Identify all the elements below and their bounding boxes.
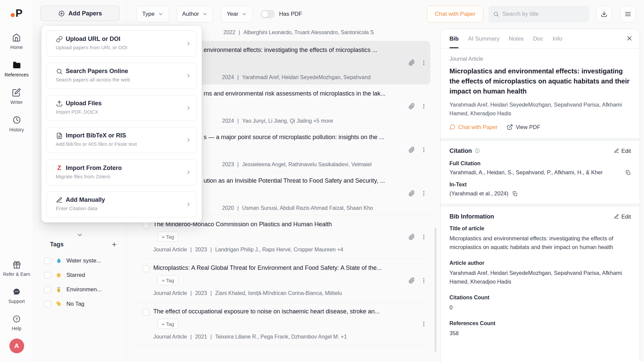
tab-bib[interactable]: Bib bbox=[449, 29, 459, 48]
edit-square-icon bbox=[12, 88, 21, 97]
tag-item-water[interactable]: Water syste... bbox=[34, 253, 126, 268]
paperclip-icon[interactable] bbox=[409, 146, 415, 153]
copy-icon[interactable] bbox=[625, 170, 631, 176]
row-checkbox[interactable] bbox=[143, 309, 149, 316]
add-tag-chip[interactable]: + Tag bbox=[157, 232, 178, 242]
sidebar-item-label: References bbox=[5, 72, 29, 77]
tag-item-environment[interactable]: Environmen... bbox=[34, 282, 126, 297]
help-icon: ? bbox=[12, 315, 21, 323]
icon-rail: P Home References Writer History Refer &… bbox=[0, 0, 34, 362]
kebab-menu-icon[interactable] bbox=[421, 277, 427, 284]
kebab-menu-icon[interactable] bbox=[421, 103, 427, 109]
menu-item-add-manually[interactable]: Add Manually Enter Citation data bbox=[46, 191, 197, 218]
user-avatar[interactable]: A bbox=[9, 339, 24, 353]
sidebar-item-label: Writer bbox=[10, 100, 23, 105]
list-scrollbar[interactable] bbox=[435, 228, 436, 352]
chat-with-paper-button[interactable]: Chat with Paper bbox=[427, 6, 483, 22]
pineapple-icon bbox=[55, 286, 62, 293]
collapse-section-button[interactable] bbox=[70, 231, 90, 239]
kebab-menu-icon[interactable] bbox=[421, 190, 427, 196]
menu-item-subtitle: Enter Citation data bbox=[56, 205, 182, 211]
kebab-menu-icon[interactable] bbox=[421, 146, 427, 153]
citation-header: Citation bbox=[449, 147, 472, 155]
paperclip-icon[interactable] bbox=[409, 59, 415, 66]
pencil-icon bbox=[56, 197, 63, 203]
sidebar-item-home[interactable]: Home bbox=[10, 33, 23, 50]
app-logo[interactable]: P bbox=[11, 8, 22, 18]
paperclip-icon[interactable] bbox=[409, 103, 415, 109]
pencil-icon bbox=[614, 148, 619, 154]
kebab-menu-icon[interactable] bbox=[421, 59, 427, 66]
menu-item-subtitle: Upload papers from URL or DOI bbox=[56, 45, 182, 50]
type-filter-button[interactable]: Type bbox=[137, 6, 169, 22]
search-input[interactable] bbox=[502, 11, 584, 17]
view-pdf-link[interactable]: View PDF bbox=[507, 124, 540, 130]
home-icon bbox=[12, 33, 21, 42]
paper-row[interactable]: The effect of occupational exposure to n… bbox=[137, 302, 430, 346]
menu-item-subtitle: Import PDF, DOCX bbox=[56, 109, 182, 115]
tag-checkbox[interactable] bbox=[44, 301, 51, 307]
bib-field-value: 0 bbox=[449, 303, 631, 312]
link-icon bbox=[56, 36, 63, 43]
tag-label: No Tag bbox=[66, 301, 85, 307]
add-tag-button[interactable] bbox=[111, 241, 117, 248]
sidebar-item-history[interactable]: History bbox=[9, 116, 24, 132]
sidebar-item-writer[interactable]: Writer bbox=[10, 88, 23, 105]
sidebar-item-help[interactable]: ? Help bbox=[12, 315, 21, 331]
menu-item-import-from-zotero[interactable]: Z Import From Zotero Migrate files from … bbox=[46, 159, 197, 185]
add-tag-chip[interactable]: + Tag bbox=[157, 275, 178, 285]
add-papers-button[interactable]: Add Papers bbox=[40, 6, 120, 21]
document-type-label: Journal Article bbox=[449, 56, 631, 62]
kebab-menu-icon[interactable] bbox=[421, 234, 427, 240]
paper-row[interactable]: Microplastics: A Real Global Threat for … bbox=[137, 259, 430, 302]
sidebar-item-support[interactable]: Support bbox=[8, 288, 25, 304]
chevron-right-icon bbox=[185, 73, 192, 79]
tag-checkbox[interactable] bbox=[44, 272, 51, 279]
tag-item-no-tag[interactable]: No Tag bbox=[34, 297, 126, 311]
menu-item-upload-url-doi[interactable]: Upload URL or DOI Upload papers from URL… bbox=[46, 31, 197, 57]
chevron-right-icon bbox=[185, 41, 192, 47]
star-icon bbox=[55, 272, 62, 279]
author-filter-button[interactable]: Author bbox=[176, 6, 213, 22]
search-box[interactable] bbox=[488, 6, 589, 22]
edit-bib-button[interactable]: Edit bbox=[614, 214, 631, 220]
edit-citation-button[interactable]: Edit bbox=[614, 148, 631, 154]
copy-icon[interactable] bbox=[512, 191, 518, 197]
paperclip-icon[interactable] bbox=[409, 190, 415, 196]
tab-info[interactable]: Info bbox=[553, 29, 562, 48]
add-papers-label: Add Papers bbox=[68, 10, 102, 17]
chevron-right-icon bbox=[185, 201, 192, 207]
menu-item-import-bibtex-ris[interactable]: Import BibTeX or RIS Add BibTex or RIS f… bbox=[46, 127, 197, 153]
paperclip-icon[interactable] bbox=[409, 277, 415, 284]
tab-ai-summary[interactable]: AI Summary bbox=[468, 29, 499, 48]
tab-doc[interactable]: Doc bbox=[533, 29, 543, 48]
row-checkbox[interactable] bbox=[143, 265, 149, 272]
tag-checkbox[interactable] bbox=[44, 257, 51, 264]
file-text-icon bbox=[56, 132, 63, 139]
sidebar-item-refer-earn[interactable]: Refer & Earn bbox=[3, 261, 30, 277]
sidebar-item-references[interactable]: References bbox=[5, 61, 29, 77]
kebab-menu-icon[interactable] bbox=[421, 321, 427, 327]
menu-item-title: Upload URL or DOI bbox=[66, 36, 120, 43]
info-icon[interactable] bbox=[475, 148, 480, 154]
external-link-icon bbox=[507, 124, 513, 130]
tab-notes[interactable]: Notes bbox=[509, 29, 524, 48]
menu-item-upload-files[interactable]: Upload Files Import PDF, DOCX bbox=[46, 95, 197, 121]
has-pdf-toggle[interactable] bbox=[261, 10, 275, 18]
paper-detail-authors: Yarahmadi Aref, Heidari SeyedeMozhgan, S… bbox=[449, 100, 631, 118]
year-filter-button[interactable]: Year bbox=[221, 6, 253, 22]
tag-checkbox[interactable] bbox=[44, 286, 51, 293]
add-tag-chip[interactable]: + Tag bbox=[157, 319, 178, 329]
sidebar-item-label: Help bbox=[12, 326, 21, 331]
row-checkbox[interactable] bbox=[143, 222, 149, 229]
close-icon[interactable] bbox=[626, 35, 633, 42]
bib-field-label: References Count bbox=[449, 320, 631, 326]
download-button[interactable] bbox=[596, 6, 612, 22]
menu-item-search-papers-online[interactable]: Search Papers Online Search papers all a… bbox=[46, 63, 197, 89]
toggle-knob bbox=[262, 11, 268, 17]
chat-with-paper-link[interactable]: Chat with Paper bbox=[449, 124, 497, 130]
list-menu-button[interactable] bbox=[620, 6, 636, 22]
section-divider bbox=[441, 203, 640, 207]
paperclip-icon[interactable] bbox=[409, 234, 415, 240]
tag-item-starred[interactable]: Starred bbox=[34, 268, 126, 282]
